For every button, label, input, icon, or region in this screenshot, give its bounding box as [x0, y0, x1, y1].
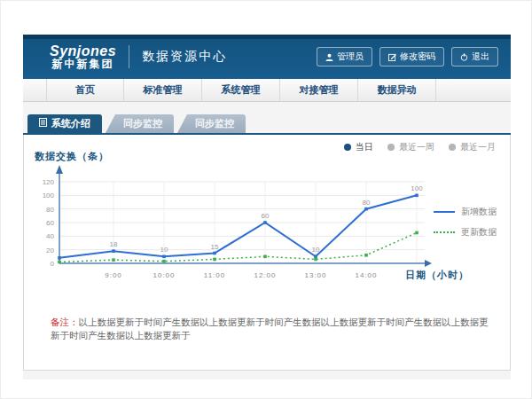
radio-last-week[interactable]: 最近一周	[387, 141, 434, 153]
x-tick-label: 11:00	[204, 271, 225, 279]
y-tick-label: 60	[46, 219, 54, 227]
data-point	[112, 258, 115, 262]
logo-divider	[129, 45, 129, 68]
tab-sync-monitor-1[interactable]: 同步监控	[106, 114, 174, 133]
tab-label: 同步监控	[123, 114, 162, 133]
logout-label: 退出	[472, 51, 489, 63]
x-tick-label: 14:00	[355, 271, 377, 279]
main-nav: 首页 标准管理 系统管理 对接管理 数据异动	[23, 79, 511, 102]
nav-item-system-mgmt[interactable]: 系统管理	[202, 79, 280, 101]
header-actions: 管理员 修改密码 退出	[317, 47, 498, 66]
data-point	[364, 254, 368, 257]
data-point	[213, 258, 216, 262]
data-point-label: 80	[363, 199, 371, 207]
y-tick-label: 100	[43, 192, 55, 200]
nav-item-interface-mgmt[interactable]: 对接管理	[280, 79, 358, 101]
change-password-button[interactable]: 修改密码	[379, 47, 444, 66]
data-point	[112, 249, 115, 253]
data-point-label: 15	[211, 243, 219, 251]
tab-sync-monitor-2[interactable]: 同步监控	[177, 114, 246, 133]
x-axis-title: 日期（小时）	[405, 269, 469, 282]
data-point	[162, 260, 166, 263]
y-tick-label: 40	[46, 232, 54, 240]
y-tick-label: 20	[46, 246, 54, 254]
site-title: 数据资源中心	[142, 49, 227, 65]
y-tick-label: 0	[51, 260, 55, 268]
radio-dot	[344, 144, 351, 151]
tab-system-intro[interactable]: 系统介绍	[27, 114, 102, 133]
y-tick-label: 120	[43, 178, 55, 186]
radio-today[interactable]: 当日	[344, 141, 373, 153]
footnote-prefix: 备注：	[51, 317, 79, 327]
data-point-label: 60	[262, 212, 270, 220]
change-password-label: 修改密码	[400, 51, 435, 63]
data-point-label: 100	[411, 184, 423, 192]
data-point	[415, 231, 419, 235]
solid-line-icon	[434, 211, 455, 213]
data-point	[314, 258, 317, 262]
logo-text-cn: 新中新集团	[50, 59, 116, 70]
tab-bar: 系统介绍 同步监控 同步监控	[27, 114, 246, 133]
dotted-line-icon	[434, 231, 455, 233]
app-window: Synjones 新中新集团 数据资源中心 管理员 修改密码 退出	[0, 0, 532, 399]
time-range-selector: 当日 最近一周 最近一月	[344, 141, 496, 153]
company-logo: Synjones 新中新集团	[50, 43, 116, 71]
power-icon	[460, 53, 468, 61]
edit-icon	[388, 53, 396, 61]
tab-label: 系统介绍	[51, 114, 90, 133]
page: Synjones 新中新集团 数据资源中心 管理员 修改密码 退出	[23, 35, 511, 380]
user-icon	[325, 53, 333, 61]
radio-label: 最近一月	[460, 141, 496, 153]
header: Synjones 新中新集团 数据资源中心 管理员 修改密码 退出	[23, 35, 511, 79]
footnote: 备注：以上数据更新于时间产生数据以上数据更新于时间产生数据以上数据更新于时间产生…	[51, 316, 492, 341]
data-point-label: 10	[312, 246, 320, 254]
document-icon	[39, 114, 47, 133]
user-button-label: 管理员	[337, 51, 364, 63]
x-tick-label: 13:00	[304, 271, 326, 279]
data-point	[415, 194, 419, 198]
content-area: 系统介绍 同步监控 同步监控 当日 最近一	[23, 102, 511, 379]
legend-item-updated-data: 更新数据	[434, 226, 497, 239]
data-point	[263, 221, 267, 224]
data-point-label: 18	[110, 240, 118, 248]
radio-label: 当日	[356, 141, 373, 153]
legend-label: 更新数据	[461, 226, 497, 239]
tab-label: 同步监控	[195, 114, 234, 133]
data-point	[58, 256, 61, 260]
chart-card: 当日 最近一周 最近一月 数据交换（条） 0204060801001209:00…	[23, 135, 511, 371]
radio-dot	[449, 144, 456, 151]
user-button[interactable]: 管理员	[317, 47, 372, 66]
x-tick-label: 10:00	[153, 271, 175, 279]
nav-item-home[interactable]: 首页	[46, 79, 124, 101]
legend-label: 新增数据	[461, 206, 497, 218]
nav-item-data-change[interactable]: 数据异动	[358, 79, 436, 101]
nav-item-standard-mgmt[interactable]: 标准管理	[124, 79, 202, 101]
radio-last-month[interactable]: 最近一月	[449, 141, 496, 153]
data-point	[263, 255, 267, 259]
footnote-text: 以上数据更新于时间产生数据以上数据更新于时间产生数据以上数据更新于时间产生数据以…	[51, 317, 489, 340]
legend-item-new-data: 新增数据	[434, 206, 497, 218]
y-tick-label: 80	[46, 206, 54, 214]
data-point	[58, 261, 61, 264]
x-tick-label: 9:00	[105, 271, 122, 279]
logout-button[interactable]: 退出	[451, 47, 498, 66]
x-axis-arrow	[425, 260, 432, 267]
data-point	[314, 255, 317, 259]
x-tick-label: 12:00	[254, 271, 276, 279]
data-point-label: 10	[160, 246, 168, 254]
data-point	[162, 255, 166, 259]
radio-dot	[387, 144, 395, 151]
y-axis-arrow	[56, 165, 63, 174]
logo-text-en: Synjones	[50, 43, 116, 59]
chart-legend: 新增数据 更新数据	[434, 206, 497, 246]
line-chart: 0204060801001209:0010:0011:0012:0013:001…	[33, 161, 450, 287]
data-point	[213, 252, 216, 255]
data-point	[364, 207, 368, 211]
radio-label: 最近一周	[399, 141, 434, 153]
